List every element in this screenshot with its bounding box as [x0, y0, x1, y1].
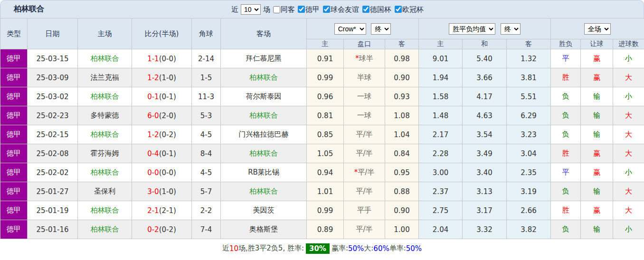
league-label-2: 德国杯 — [370, 5, 391, 14]
avg-home-odds-cell: 1.94 — [419, 68, 463, 87]
col-header-score: 比分(半场) — [132, 19, 192, 49]
handicap-away-odds-cell: 0.98 — [385, 49, 419, 68]
halftime-score: (0-2) — [159, 130, 176, 139]
handicap-change-star: * — [355, 54, 359, 63]
result-wdl-cell: 平 — [551, 163, 581, 182]
corners-cell: 1-5 — [192, 68, 221, 87]
league-cell: 德甲 — [0, 182, 28, 201]
result-goals-cell: 小 — [613, 87, 644, 106]
league-cell: 德甲 — [0, 49, 28, 68]
handicap-line-cell: 平/半 — [344, 144, 385, 163]
league-label-0: 德甲 — [305, 5, 320, 14]
result-handicap-cell: 赢 — [581, 163, 613, 182]
away-team-cell: 荷尔斯泰因 — [221, 87, 307, 106]
table-row: 德甲25-02-02柏林联合0-0(0-0)4-5RB莱比锡0.94*平/半0.… — [0, 163, 644, 182]
result-wdl-cell: 负 — [551, 220, 581, 239]
footer-segment-2: 场,胜3平2负5, 胜率: — [238, 244, 304, 253]
result-goals-cell: 小 — [613, 220, 644, 239]
avg-home-odds-cell: 3.00 — [419, 163, 463, 182]
avg-away-odds-cell: 2.35 — [507, 163, 551, 182]
home-team-cell: 法兰克福 — [78, 68, 132, 87]
col-header-away: 客场 — [221, 19, 307, 49]
recent-label: 近 — [231, 5, 238, 14]
subcol-ah-line: 盘口 — [344, 39, 385, 49]
home-team-cell: 柏林联合 — [78, 163, 132, 182]
avg-draw-odds-cell: 3.32 — [463, 220, 507, 239]
score-cell: 6-0(2-0) — [132, 106, 192, 125]
league-cell: 德甲 — [0, 106, 28, 125]
league-checkbox-3[interactable] — [395, 6, 402, 13]
home-team-cell: 多特蒙德 — [78, 106, 132, 125]
table-row: 德甲25-01-16柏林联合0-2(0-2)7-4奥格斯堡0.89平/半1.00… — [0, 220, 644, 239]
corners-cell: 4-5 — [192, 125, 221, 144]
fulltime-score: 1-2 — [147, 74, 159, 82]
date-cell: 25-01-16 — [28, 220, 78, 239]
handicap-home-odds-cell: 1.01 — [307, 182, 344, 201]
league-cell: 德甲 — [0, 201, 28, 220]
away-team-cell: 奥格斯堡 — [221, 220, 307, 239]
league-checkbox-2[interactable] — [362, 6, 369, 13]
league-checkbox-0[interactable] — [298, 6, 305, 13]
avg-away-odds-cell: 3.81 — [507, 68, 551, 87]
fulltime-score: 0-0 — [147, 168, 159, 177]
handicap-line-cell: *平/半 — [344, 163, 385, 182]
avg-away-odds-cell: 1.32 — [507, 49, 551, 68]
footer-segment-8: 单率: — [389, 244, 406, 253]
handicap-home-odds-cell: 0.91 — [307, 49, 344, 68]
corners-cell: 5-7 — [192, 182, 221, 201]
table-row: 德甲25-01-27圣保利3-0(1-0)5-7柏林联合1.01平/半0.882… — [0, 182, 644, 201]
score-cell: 0-0(0-0) — [132, 163, 192, 182]
league-checkbox-1[interactable] — [323, 6, 330, 13]
bookmaker-select[interactable]: Crow* — [334, 23, 366, 35]
handicap-line-cell: 平/半 — [344, 220, 385, 239]
result-handicap-cell: 赢 — [581, 201, 613, 220]
avg-draw-odds-cell: 3.49 — [463, 144, 507, 163]
result-handicap-cell: 赢 — [581, 144, 613, 163]
table-row: 德甲25-02-23多特蒙德6-0(2-0)5-3柏林联合0.81一球1.081… — [0, 106, 644, 125]
handicap-line-cell: 半球 — [344, 68, 385, 87]
handicap-home-odds-cell: 0.99 — [307, 201, 344, 220]
handicap-away-odds-cell: 1.00 — [385, 220, 419, 239]
handicap-group-header: Crow* 终 — [307, 19, 419, 39]
date-cell: 25-03-09 — [28, 68, 78, 87]
footer-segment-9: 50% — [406, 244, 422, 253]
result-wdl-cell: 胜 — [551, 68, 581, 87]
odds-type-select[interactable]: 胜平负均值 — [449, 23, 495, 35]
fulltime-score: 2-1 — [147, 206, 159, 215]
handicap-home-odds-cell: 0.89 — [307, 220, 344, 239]
footer-segment-7: 60% — [373, 244, 389, 253]
avg-draw-odds-cell: 4.17 — [463, 87, 507, 106]
avg-home-odds-cell: 2.75 — [419, 201, 463, 220]
result-handicap-cell: 输 — [581, 220, 613, 239]
date-cell: 25-03-15 — [28, 49, 78, 68]
handicap-period-select[interactable]: 终 — [371, 23, 391, 35]
result-handicap-cell: 输 — [581, 106, 613, 125]
col-header-corners: 角球 — [192, 19, 221, 49]
odds-period-select[interactable]: 终 — [501, 23, 521, 35]
fulltime-score: 0-2 — [147, 225, 159, 234]
corners-cell: 2-14 — [192, 49, 221, 68]
result-wdl-cell: 平 — [551, 49, 581, 68]
avg-home-odds-cell: 2.28 — [419, 144, 463, 163]
avg-draw-odds-cell: 3.17 — [463, 201, 507, 220]
corners-cell: 8-4 — [192, 144, 221, 163]
avg-draw-odds-cell: 5.40 — [463, 49, 507, 68]
fulltime-score: 1-2 — [147, 130, 159, 139]
score-cell: 1-2(0-2) — [132, 125, 192, 144]
result-scope-select[interactable]: 全场 — [584, 23, 611, 35]
result-wdl-cell: 负 — [551, 87, 581, 106]
result-handicap-cell: 输 — [581, 87, 613, 106]
col-header-date: 日期 — [28, 19, 78, 49]
recent-count-select[interactable]: 10 — [241, 4, 261, 15]
col-header-type: 类型 — [0, 19, 28, 49]
corners-cell: 2-2 — [192, 201, 221, 220]
score-cell: 0-1(0-1) — [132, 87, 192, 106]
score-cell: 3-0(1-0) — [132, 182, 192, 201]
same-opponent-checkbox[interactable] — [273, 6, 280, 13]
date-cell: 25-02-08 — [28, 144, 78, 163]
table-row: 德甲25-03-02柏林联合0-1(0-1)11-3荷尔斯泰因0.96一球0.9… — [0, 87, 644, 106]
score-cell: 1-2(1-0) — [132, 68, 192, 87]
date-cell: 25-02-02 — [28, 163, 78, 182]
matches-tbody: 德甲25-03-15柏林联合1-1(0-0)2-14拜仁慕尼黑0.91*球半0.… — [0, 49, 644, 239]
home-team-cell: 霍芬海姆 — [78, 144, 132, 163]
